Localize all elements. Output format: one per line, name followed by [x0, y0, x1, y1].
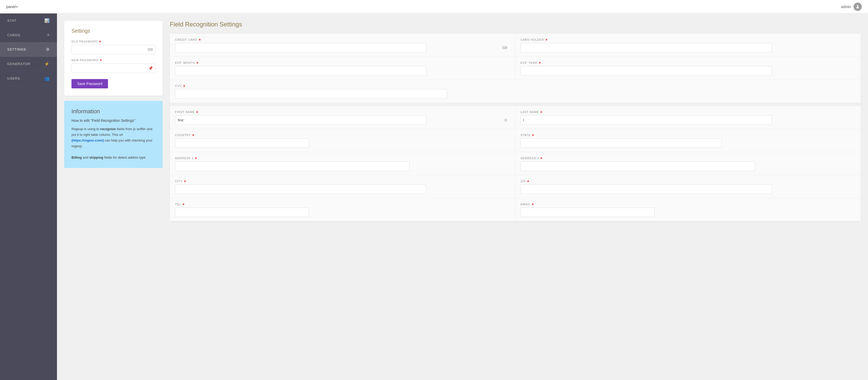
cvv-wrap	[175, 89, 856, 98]
country-input[interactable]	[175, 139, 309, 148]
credit-card-label: CREDIT CARD ★	[175, 38, 510, 41]
old-password-wrap: ⌨	[71, 45, 155, 54]
zip-wrap	[521, 184, 856, 194]
zip-input[interactable]	[521, 184, 772, 194]
zip-label: ZIP ★	[521, 179, 856, 183]
state-label: STATE ★	[521, 133, 856, 137]
save-password-button[interactable]: Save Password	[71, 79, 108, 88]
tel-input[interactable]	[175, 208, 309, 217]
sidebar-item-cards[interactable]: CARDS ≡	[0, 28, 57, 42]
new-password-label: NEW PASSWORD ★	[71, 58, 155, 62]
first-name-label: FIRST NAME ★	[175, 110, 510, 114]
address2-input[interactable]	[521, 162, 755, 171]
info-title: Information	[71, 108, 155, 115]
exp-year-label: EXP. YEAR ★	[521, 61, 856, 64]
cvv-required: ★	[183, 84, 186, 88]
exp-year-required: ★	[538, 61, 541, 64]
new-password-wrap: 📌	[71, 63, 155, 73]
email-label: EMAIL ★	[521, 202, 856, 206]
cvv-input[interactable]	[175, 89, 447, 98]
card-holder-required: ★	[545, 38, 548, 41]
card-holder-input[interactable]	[521, 43, 772, 52]
sidebar-item-generator[interactable]: GENERATOR ⚡	[0, 57, 57, 71]
new-password-input[interactable]	[71, 63, 155, 73]
credit-card-required: ★	[198, 38, 202, 41]
address1-wrap	[175, 162, 510, 171]
card-holder-label: CARD HOLDER ★	[521, 38, 856, 41]
table-icon: ⊞	[504, 118, 507, 122]
old-password-label: OLD PASSWORD ★	[71, 40, 155, 43]
pin-icon: 📌	[148, 66, 153, 70]
info-card: Information How to edit "Field Recogniti…	[64, 101, 163, 168]
address1-input[interactable]	[175, 162, 409, 171]
credit-card-input[interactable]	[175, 43, 426, 52]
user-label: admin	[841, 5, 851, 9]
country-required: ★	[192, 133, 195, 137]
exp-month-wrap	[175, 66, 510, 76]
left-panel: Settings OLD PASSWORD ★ ⌨ NEW PASSWORD ★	[64, 21, 163, 373]
address2-required: ★	[540, 156, 543, 160]
exp-month-cell: EXP. MONTH ★	[170, 57, 515, 80]
zip-cell: ZIP ★	[515, 175, 861, 198]
settings-icon: ⚙	[46, 47, 50, 52]
user-menu[interactable]: admin	[841, 3, 862, 11]
credit-card-cell: CREDIT CARD ★ ⌨	[170, 34, 515, 57]
sidebar-item-settings[interactable]: SETTINGS ⚙	[0, 42, 57, 57]
country-wrap	[175, 139, 510, 148]
new-password-required: ★	[99, 58, 102, 62]
cards-icon: ≡	[47, 33, 50, 37]
settings-title: Settings	[71, 28, 155, 34]
country-label: COUNTRY ★	[175, 133, 510, 137]
info-bold-billing: Billing	[71, 155, 82, 159]
address2-label: ADDRESS 2 ★	[521, 156, 856, 160]
right-panel: Field Recognition Settings CREDIT CARD ★…	[170, 21, 861, 373]
logo: panel+	[6, 4, 18, 9]
info-bold-recognize: recognize	[100, 127, 116, 131]
last-name-input[interactable]	[521, 115, 772, 125]
address2-cell: ADDRESS 2 ★	[515, 152, 861, 175]
new-password-group: NEW PASSWORD ★ 📌	[71, 58, 155, 73]
last-name-required: ★	[540, 110, 543, 114]
info-bold-shipping: shipping	[89, 155, 103, 159]
city-cell: CITY ★	[170, 175, 515, 198]
sidebar-label-settings: SETTINGS	[7, 48, 26, 51]
exp-month-input[interactable]	[175, 66, 426, 76]
section-divider	[170, 103, 861, 106]
exp-year-input[interactable]	[521, 66, 772, 76]
info-text-1: Regexp is using to	[71, 127, 100, 131]
main-content: Settings OLD PASSWORD ★ ⌨ NEW PASSWORD ★	[57, 13, 868, 380]
old-password-input[interactable]	[71, 45, 155, 54]
first-name-input[interactable]	[175, 115, 426, 125]
city-input[interactable]	[175, 184, 426, 194]
city-wrap	[175, 184, 510, 194]
city-label: CITY ★	[175, 179, 510, 183]
sidebar-label-cards: CARDS	[7, 33, 21, 37]
state-input[interactable]	[521, 139, 721, 148]
info-link-regexr[interactable]: (https://regexr.com/)	[71, 139, 104, 142]
country-cell: COUNTRY ★	[170, 129, 515, 152]
first-name-required: ★	[196, 110, 199, 114]
card-holder-wrap	[521, 43, 856, 52]
info-body: Regexp is using to recognize fields from…	[71, 126, 155, 161]
topbar: panel+ admin	[0, 0, 868, 13]
last-name-label: LAST NAME ★	[521, 110, 856, 114]
generator-icon: ⚡	[44, 61, 50, 66]
old-password-required: ★	[99, 40, 102, 43]
email-cell: EMAIL ★	[515, 198, 861, 222]
tel-cell: TEL ★	[170, 198, 515, 222]
state-cell: STATE ★	[515, 129, 861, 152]
tel-required: ★	[182, 202, 185, 206]
cvv-cell: CVV ★	[170, 80, 861, 103]
email-input[interactable]	[521, 208, 655, 217]
address1-cell: ADDRESS 1 ★	[170, 152, 515, 175]
fields-grid: CREDIT CARD ★ ⌨ CARD HOLDER ★	[170, 34, 861, 222]
sidebar-item-stat[interactable]: STAT 📊	[0, 13, 57, 28]
credit-card-icon: ⌨	[502, 46, 507, 50]
sidebar: STAT 📊 CARDS ≡ SETTINGS ⚙ GENERATOR ⚡ US…	[0, 13, 57, 380]
zip-required: ★	[527, 179, 530, 183]
address2-wrap	[521, 162, 856, 171]
info-text-5: fields for detect addres type	[103, 155, 146, 159]
field-recognition-title: Field Recognition Settings	[170, 21, 861, 28]
sidebar-item-users[interactable]: USERS 👥	[0, 71, 57, 86]
last-name-cell: LAST NAME ★	[515, 106, 861, 129]
